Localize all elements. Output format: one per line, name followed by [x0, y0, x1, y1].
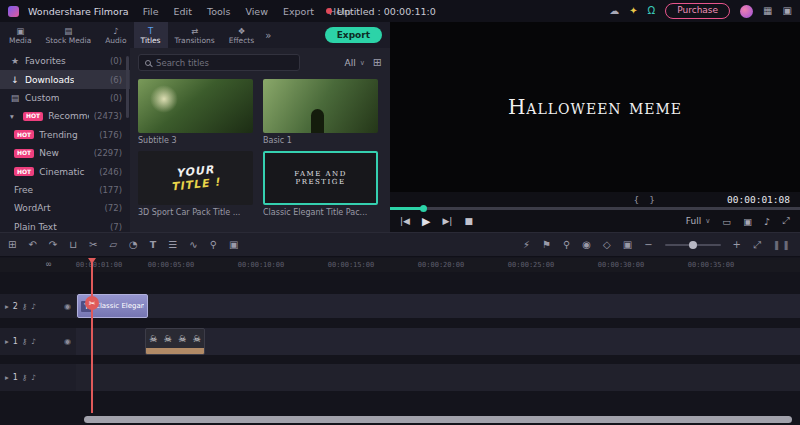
sidebar-count: (246)	[99, 167, 122, 177]
horizontal-scrollbar[interactable]	[0, 413, 800, 425]
playhead-scissors-handle[interactable]: ✂	[85, 296, 99, 310]
seek-bar[interactable]	[390, 207, 800, 210]
voiceover-icon[interactable]: ⚲	[563, 240, 570, 250]
lock-icon[interactable]: ⚷	[22, 337, 28, 346]
tips-bulb-icon[interactable]: ✦	[629, 6, 637, 16]
track-collapse-icon[interactable]: ▸	[5, 302, 9, 311]
track-height-icon[interactable]: ❚❚	[773, 240, 792, 250]
export-frame-icon[interactable]: ▣	[623, 240, 632, 250]
link-icon[interactable]: ∞	[46, 259, 51, 269]
title-thumbnail-subtitle3[interactable]: Subtitle 3	[138, 79, 253, 145]
seek-handle[interactable]	[420, 205, 427, 212]
fit-timeline-icon[interactable]: ⤢	[753, 240, 761, 250]
zoom-slider[interactable]	[665, 244, 721, 246]
zoom-slider-handle[interactable]	[689, 241, 697, 249]
layout-icon[interactable]: ▦	[763, 6, 772, 16]
sidebar-item-cinematic[interactable]: HOT Cinematic (246)	[0, 162, 130, 180]
crop-icon[interactable]: ▱	[109, 240, 117, 250]
avatar[interactable]	[740, 5, 753, 18]
tab-titles[interactable]: T Titles	[134, 22, 168, 48]
stop-button[interactable]: ■	[464, 216, 473, 226]
zoom-in-icon[interactable]: +	[733, 240, 741, 250]
play-button[interactable]: ▶	[422, 215, 430, 228]
sidebar-count: (177)	[99, 185, 122, 195]
tab-effects[interactable]: ❖ Effects	[222, 22, 262, 48]
timeline-ruler[interactable]: ∞ 00:00:01:00 00:00:05:00 00:00:10:00 00…	[0, 258, 800, 272]
scrollbar-thumb[interactable]	[84, 416, 792, 423]
menu-file[interactable]: File	[140, 6, 162, 17]
sidebar-item-trending[interactable]: HOT Trending (176)	[0, 126, 130, 144]
mute-icon[interactable]: ♪	[31, 373, 36, 382]
lock-icon[interactable]: ⚷	[22, 373, 28, 382]
track-lane[interactable]	[76, 294, 800, 318]
tab-transitions[interactable]: ⇄ Transitions	[168, 22, 222, 48]
record-button-icon[interactable]: ◉	[582, 240, 591, 250]
playhead[interactable]: ✂	[91, 258, 93, 413]
tab-stock-media[interactable]: ▤ Stock Media	[39, 22, 99, 48]
cloud-upload-icon[interactable]: ☁	[609, 6, 619, 16]
title-thumbnail-classic-elegant[interactable]: FAME AND PRESTIGE Classic Elegant Title …	[263, 151, 378, 217]
mark-in-icon[interactable]: {	[634, 195, 640, 205]
mute-icon[interactable]: ♪	[31, 302, 36, 311]
tab-audio[interactable]: ♪ Audio	[98, 22, 133, 48]
menu-export[interactable]: Export	[280, 6, 317, 17]
sidebar-item-free[interactable]: Free (177)	[0, 181, 130, 199]
audio-denoise-icon[interactable]: ∿	[189, 240, 197, 250]
menu-view[interactable]: View	[242, 6, 271, 17]
sidebar-item-custom[interactable]: ▤ Custom (0)	[0, 89, 130, 107]
snapshot-icon[interactable]: ▣	[743, 216, 752, 227]
track-collapse-icon[interactable]: ▸	[5, 337, 9, 346]
title-thumbnail-basic1[interactable]: Basic 1	[263, 79, 378, 145]
eye-icon[interactable]: ◉	[64, 302, 71, 311]
purchase-button[interactable]: Purchase	[665, 3, 730, 19]
track-number: 2	[13, 302, 18, 311]
hot-badge: HOT	[23, 112, 43, 121]
mark-out-icon[interactable]: }	[649, 195, 655, 205]
fit-display-icon[interactable]: ▭	[722, 216, 731, 227]
tab-media[interactable]: ▣ Media	[2, 22, 39, 48]
screenshot-icon[interactable]: ▣	[783, 6, 792, 16]
quality-dropdown[interactable]: Full ∨	[686, 216, 711, 226]
title-thumbnail-3d-sport[interactable]: YOUR TITLE ! 3D Sport Car Pack Title ...	[138, 151, 253, 217]
sidebar-scrollbar[interactable]	[126, 56, 129, 118]
mic-record-icon[interactable]: ⚲	[210, 240, 217, 250]
track-lane[interactable]	[76, 364, 800, 391]
sidebar-item-plain-text[interactable]: Plain Text (7)	[0, 218, 130, 232]
sidebar-item-new[interactable]: HOT New (2297)	[0, 144, 130, 162]
search-input[interactable]	[156, 58, 293, 68]
speed-icon[interactable]: ◔	[129, 240, 138, 250]
filter-dropdown[interactable]: All ∨	[344, 58, 364, 68]
render-preview-icon[interactable]: ⚡	[523, 240, 530, 250]
workspace-icon[interactable]: ⊞	[8, 240, 16, 250]
grid-view-icon[interactable]: ⊞	[373, 56, 382, 69]
color-adjust-icon[interactable]: ☰	[168, 240, 177, 250]
export-button[interactable]: Export	[325, 27, 382, 43]
delete-icon[interactable]: ⊔	[69, 240, 77, 250]
mute-icon[interactable]: ♪	[31, 337, 36, 346]
menu-edit[interactable]: Edit	[171, 6, 195, 17]
next-frame-button[interactable]: ▶|	[442, 216, 452, 226]
previous-frame-button[interactable]: |◀	[400, 216, 410, 226]
undo-icon[interactable]: ↶	[28, 240, 36, 250]
sidebar-item-wordart[interactable]: WordArt (72)	[0, 199, 130, 217]
speaker-icon[interactable]: ♪	[764, 216, 770, 227]
screen-record-icon[interactable]: ▣	[229, 240, 238, 250]
lock-icon[interactable]: ⚷	[22, 302, 28, 311]
track-collapse-icon[interactable]: ▸	[5, 373, 9, 382]
sticker-clip[interactable]: ☠ ☠ ☠ ☠	[145, 328, 205, 355]
split-icon[interactable]: ✂	[89, 240, 97, 250]
redo-icon[interactable]: ↷	[49, 240, 57, 250]
sidebar-item-downloads[interactable]: ↓ Downloads (6)	[0, 70, 130, 88]
menu-tools[interactable]: Tools	[204, 6, 233, 17]
support-headset-icon[interactable]: Ω	[648, 6, 656, 16]
zoom-out-icon[interactable]: −	[644, 240, 652, 250]
expand-tabs-icon[interactable]: »	[265, 30, 271, 41]
marker-icon[interactable]: ⚑	[542, 240, 551, 250]
text-edit-icon[interactable]: T	[150, 240, 156, 250]
fullscreen-icon[interactable]: ⤢	[782, 215, 790, 227]
eye-icon[interactable]: ◉	[64, 337, 71, 346]
hot-badge: HOT	[14, 149, 34, 158]
keyframe-icon[interactable]: ◇	[603, 240, 611, 250]
sidebar-item-recommended[interactable]: ▾ HOT Recommended (2473)	[0, 107, 130, 125]
sidebar-item-favorites[interactable]: ★ Favorites (0)	[0, 52, 130, 70]
